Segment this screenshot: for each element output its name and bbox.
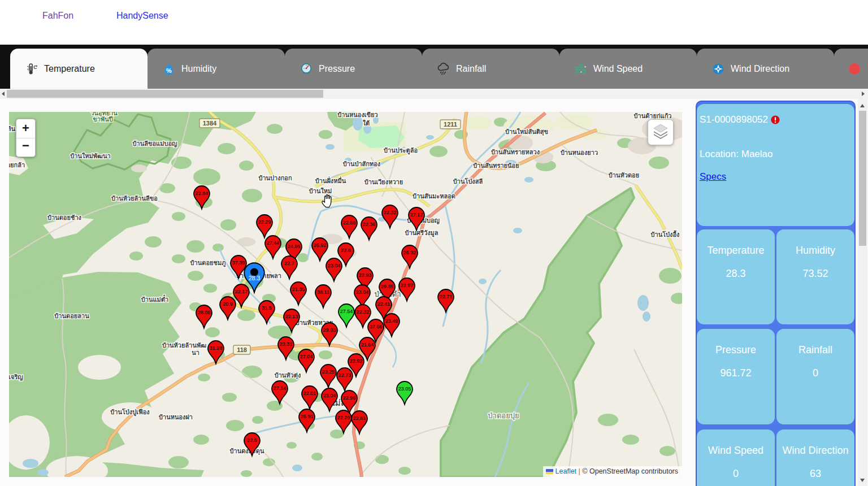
svg-text:ขาพันปี: ขาพันปี	[93, 116, 112, 123]
svg-text:บ้านสันมะหลอด: บ้านสันมะหลอด	[413, 193, 455, 199]
svg-text:27.54: 27.54	[340, 309, 353, 314]
svg-text:บ้านแม่ต๋ำ: บ้านแม่ต๋ำ	[141, 294, 168, 303]
svg-text:27.14: 27.14	[274, 385, 287, 391]
svg-text:22.86: 22.86	[343, 220, 356, 225]
svg-text:22.29: 22.29	[337, 415, 350, 420]
svg-text:26.92: 26.92	[403, 250, 416, 255]
svg-text:29.03: 29.03	[323, 327, 336, 333]
svg-text:C: C	[33, 64, 37, 70]
svg-text:ป่าดอยปุย: ป่าดอยปุย	[488, 411, 519, 420]
svg-text:22.96: 22.96	[343, 395, 356, 401]
svg-text:22.84: 22.84	[196, 190, 209, 196]
svg-text:23.25: 23.25	[322, 369, 335, 375]
svg-text:บ้านดงมะดุน: บ้านดงมะดุน	[229, 448, 264, 455]
svg-text:22.41: 22.41	[377, 301, 390, 307]
svg-text:28.3: 28.3	[249, 275, 261, 281]
svg-text:%: %	[166, 67, 172, 74]
svg-text:22.13: 22.13	[285, 314, 298, 319]
svg-text:บ้านใหม่สันติสุข: บ้านใหม่สันติสุข	[505, 128, 548, 136]
svg-text:22.61: 22.61	[353, 415, 366, 421]
svg-text:บ้านสันทรายน้อย: บ้านสันทรายน้อย	[473, 162, 519, 169]
svg-text:บ้านห้วยล้านลีขอ: บ้านห้วยล้านลีขอ	[111, 195, 158, 202]
svg-text:26.92: 26.92	[314, 242, 327, 248]
svg-text:27.17: 27.17	[410, 212, 423, 218]
svg-text:23.49: 23.49	[385, 318, 398, 324]
svg-text:27.04: 27.04	[300, 354, 313, 359]
svg-text:วยกล้า: วยกล้า	[9, 162, 25, 168]
svg-text:24.96: 24.96	[288, 244, 301, 249]
svg-text:บ้านดอยชมภู: บ้านดอยชมภู	[190, 259, 226, 267]
svg-text:บ้านโป่งปูเฟือง: บ้านโป่งปูเฟือง	[110, 408, 149, 416]
svg-text:เจริญ: เจริญ	[9, 374, 23, 381]
svg-text:บ้านด้ายก่แก้ว: บ้านด้ายก่แก้ว	[633, 112, 671, 119]
svg-text:37.39: 37.39	[232, 260, 245, 266]
svg-text:ใต้: ใต้	[363, 119, 370, 127]
svg-text:บ้านศรีวังมูล: บ้านศรีวังมูล	[405, 229, 438, 237]
svg-text:22.7: 22.7	[284, 261, 294, 266]
svg-text:23.05: 23.05	[398, 386, 411, 392]
svg-text:บ้านลีขอแม่บอญ: บ้านลีขอแม่บอญ	[133, 140, 177, 147]
svg-text:38.11: 38.11	[317, 289, 329, 295]
svg-text:22.93: 22.93	[359, 272, 372, 278]
svg-text:31.28: 31.28	[210, 345, 223, 351]
svg-text:22.73: 22.73	[338, 372, 351, 378]
svg-text:บ้านโป่งสลี: บ้านโป่งสลี	[453, 177, 483, 185]
svg-text:บ้านหัวตุ่ง: บ้านหัวตุ่ง	[275, 372, 301, 380]
svg-text:ลีน: ลีน	[9, 125, 16, 132]
svg-text:1211: 1211	[444, 121, 457, 128]
svg-text:22.32: 22.32	[357, 309, 370, 315]
svg-text:22.71: 22.71	[440, 294, 453, 300]
svg-text:บ้านหัวดอย: บ้านหัวดอย	[609, 172, 639, 179]
svg-text:บ้านสันทรายหลวง: บ้านสันทรายหลวง	[491, 149, 540, 155]
svg-text:28.08: 28.08	[198, 310, 211, 315]
svg-text:23.04: 23.04	[323, 393, 336, 398]
svg-text:22.01: 22.01	[303, 390, 316, 396]
svg-text:นา: นา	[192, 349, 199, 356]
svg-text:1384: 1384	[203, 120, 217, 127]
svg-text:22.5: 22.5	[247, 437, 257, 443]
svg-text:26.91: 26.91	[301, 414, 314, 419]
svg-text:22.36: 22.36	[363, 222, 376, 227]
svg-text:บ้านประตูล้อ: บ้านประตูล้อ	[384, 147, 418, 155]
svg-text:บ้านฝั่งหมื่น: บ้านฝั่งหมื่น	[315, 176, 346, 184]
svg-text:บ้านโป่งอื้ง: บ้านโป่งอื้ง	[651, 230, 680, 238]
svg-text:22.97: 22.97	[401, 283, 414, 288]
svg-text:บ้านใหม่: บ้านใหม่	[309, 187, 332, 194]
svg-text:22.6: 22.6	[341, 248, 351, 253]
svg-text:บ้านดอยลาน: บ้านดอยลาน	[54, 313, 89, 319]
svg-text:21.64: 21.64	[361, 342, 374, 348]
svg-text:22.17: 22.17	[235, 289, 248, 294]
svg-text:118: 118	[237, 346, 247, 353]
svg-text:20.9: 20.9	[223, 301, 233, 307]
svg-text:31.5: 31.5	[262, 305, 272, 311]
svg-text:บ้านหนองเขียว: บ้านหนองเขียว	[337, 112, 377, 118]
svg-text:27.44: 27.44	[267, 240, 280, 246]
svg-text:บ้านห้วยล้านพัฒ: บ้านห้วยล้านพัฒ	[162, 342, 206, 349]
svg-text:บ้านหนองยาว: บ้านหนองยาว	[561, 149, 598, 156]
svg-text:22.29: 22.29	[258, 219, 271, 225]
svg-text:บ้านเวียงหวาย: บ้านเวียงหวาย	[364, 179, 403, 185]
svg-text:บ้านป่าสักทอง: บ้านป่าสักทอง	[343, 160, 380, 167]
svg-text:บ้านใหม่พัฒนา: บ้านใหม่พัฒนา	[70, 152, 110, 159]
svg-text:บ้านดอยช้าง: บ้านดอยช้าง	[47, 214, 81, 221]
svg-text:23.04: 23.04	[328, 263, 341, 268]
svg-text:บ้านปางกอก: บ้านปางกอก	[258, 175, 292, 181]
svg-text:บ้านหนองผ่า: บ้านหนองผ่า	[159, 414, 193, 420]
svg-text:23.04: 23.04	[356, 289, 369, 295]
svg-text:21.35: 21.35	[292, 287, 305, 292]
svg-text:22.32: 22.32	[384, 210, 397, 215]
svg-text:22.92: 22.92	[350, 358, 363, 364]
svg-text:37.66: 37.66	[370, 324, 383, 329]
svg-text:23.31: 23.31	[280, 341, 293, 347]
svg-text:29.85: 29.85	[381, 284, 394, 289]
